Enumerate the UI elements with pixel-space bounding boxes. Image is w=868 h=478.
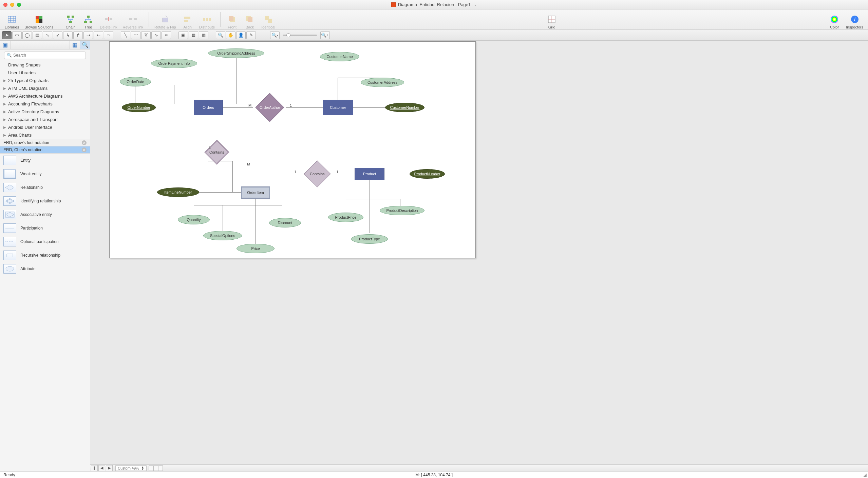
zoom-in-button[interactable]: 🔍+ bbox=[320, 31, 330, 39]
browse-solutions-button[interactable]: Browse Solutions bbox=[22, 10, 55, 29]
rect-tool-button[interactable]: ▭ bbox=[12, 31, 22, 39]
color-button[interactable]: Color bbox=[826, 10, 843, 29]
stencil-participation[interactable]: Participation bbox=[0, 221, 90, 235]
tree-item-android[interactable]: ▶Android User Interface bbox=[0, 123, 90, 131]
attr-orderpayment[interactable]: OrderPayment Info bbox=[151, 59, 197, 68]
chain-button[interactable]: Chain bbox=[62, 10, 79, 29]
attr-productdescription[interactable]: ProductDescription bbox=[380, 206, 424, 215]
tree-item-drawing-shapes[interactable]: Drawing Shapes bbox=[0, 61, 90, 69]
tree-item-aws[interactable]: ▶AWS Architecture Diagrams bbox=[0, 92, 90, 100]
stencil-entity[interactable]: Entity bbox=[0, 154, 90, 167]
connector-1-button[interactable]: ⤡ bbox=[43, 31, 52, 39]
attr-customername[interactable]: CustomerName bbox=[320, 52, 359, 61]
canvas-scroll[interactable]: Orders Customer OrderItem Product OrderA… bbox=[90, 41, 868, 471]
rel-contains-2[interactable]: Contains bbox=[304, 160, 331, 187]
lock-button[interactable]: ▩ bbox=[199, 31, 208, 39]
stencil-optional-part[interactable]: Optional participation bbox=[0, 235, 90, 248]
ellipse-tool-button[interactable]: ◯ bbox=[22, 31, 32, 39]
tree-item-orgcharts[interactable]: ▶25 Typical Orgcharts bbox=[0, 77, 90, 84]
page-next-button[interactable]: ▶ bbox=[106, 465, 113, 471]
close-icon[interactable] bbox=[3, 3, 7, 7]
stencil-header-crow[interactable]: ERD, crow's foot notation ✕ bbox=[0, 139, 90, 146]
stencil-recursive[interactable]: Recursive relationship bbox=[0, 248, 90, 262]
edit-tool-button[interactable]: ✎ bbox=[246, 31, 256, 39]
curve-tool-button[interactable]: 〰 bbox=[131, 31, 140, 39]
bezier-tool-button[interactable]: ∿ bbox=[151, 31, 161, 39]
zoom-tool-button[interactable]: 🔍 bbox=[216, 31, 225, 39]
connector-6-button[interactable]: ⇠ bbox=[94, 31, 103, 39]
entity-customer[interactable]: Customer bbox=[323, 100, 353, 115]
zoom-combo[interactable]: Custom 49% ▲▼ bbox=[115, 465, 147, 471]
sidebar-panel-icon[interactable]: ▣ bbox=[0, 41, 11, 49]
page[interactable]: Orders Customer OrderItem Product OrderA… bbox=[109, 41, 476, 258]
sidebar-grid-view-button[interactable]: ▦ bbox=[70, 41, 80, 49]
chevron-down-icon[interactable]: ⌄ bbox=[474, 3, 477, 6]
tree-button[interactable]: Tree bbox=[80, 10, 96, 29]
svg-rect-23 bbox=[203, 18, 205, 21]
bottom-bar: ‖ ◀ ▶ Custom 49% ▲▼ bbox=[90, 464, 868, 471]
attr-producttype[interactable]: ProductType bbox=[351, 234, 388, 244]
pan-tool-button[interactable]: ✋ bbox=[226, 31, 235, 39]
tree-item-user-libraries[interactable]: User Libraries bbox=[0, 69, 90, 77]
attr-orderdate[interactable]: OrderDate bbox=[120, 77, 151, 86]
entity-product[interactable]: Product bbox=[355, 168, 384, 180]
attr-ordershipping[interactable]: OrderShippingAddress bbox=[208, 48, 264, 58]
page-prev-button[interactable]: ◀ bbox=[98, 465, 105, 471]
tree-item-area-charts[interactable]: ▶Area Charts bbox=[0, 131, 90, 139]
attr-price[interactable]: Price bbox=[237, 244, 275, 253]
connector-3-button[interactable]: ↳ bbox=[63, 31, 73, 39]
svg-rect-41 bbox=[5, 212, 14, 217]
zoom-slider[interactable] bbox=[283, 35, 317, 36]
grid-button[interactable]: Grid bbox=[544, 10, 560, 29]
minimize-icon[interactable] bbox=[10, 3, 14, 7]
spline-tool-button[interactable]: ≈ bbox=[162, 31, 171, 39]
stencil-associative[interactable]: Associative entity bbox=[0, 208, 90, 221]
search-input[interactable] bbox=[4, 52, 86, 59]
stencil-weak-entity[interactable]: Weak entity bbox=[0, 167, 90, 181]
inspectors-button[interactable]: i Inspectors bbox=[844, 10, 865, 29]
close-icon[interactable]: ✕ bbox=[82, 140, 87, 145]
connector-5-button[interactable]: ⇢ bbox=[83, 31, 93, 39]
color-icon bbox=[830, 15, 839, 24]
tree-item-aerospace[interactable]: ▶Aerospace and Transport bbox=[0, 116, 90, 123]
pointer-tool-button[interactable]: ➤ bbox=[2, 31, 12, 39]
group-button[interactable]: ▣ bbox=[178, 31, 188, 39]
maximize-icon[interactable] bbox=[17, 3, 21, 7]
attr-productnumber[interactable]: ProductNumber bbox=[410, 169, 445, 179]
stencil-identifying-rel[interactable]: Identifying relationship bbox=[0, 194, 90, 208]
attr-itemlinenumber[interactable]: ItemLineNumber bbox=[157, 187, 199, 197]
stencil-header-chen[interactable]: ERD, Chen's notation ✕ bbox=[0, 146, 90, 154]
attr-productprice[interactable]: ProductPrice bbox=[328, 213, 363, 222]
eyedropper-button[interactable]: 👤 bbox=[236, 31, 246, 39]
page-thumbnails[interactable] bbox=[149, 465, 163, 471]
close-icon[interactable]: ✕ bbox=[82, 147, 87, 152]
attr-quantity[interactable]: Quantity bbox=[178, 215, 210, 224]
connector-7-button[interactable]: ⤳ bbox=[104, 31, 113, 39]
page-toggle-button[interactable]: ‖ bbox=[91, 465, 98, 471]
tree-item-active-directory[interactable]: ▶Active Directory Diagrams bbox=[0, 108, 90, 116]
tree-item-atm-uml[interactable]: ▶ATM UML Diagrams bbox=[0, 84, 90, 92]
connector-4-button[interactable]: ↱ bbox=[73, 31, 83, 39]
attr-specialoptions[interactable]: SpecialOptions bbox=[203, 231, 242, 240]
line-tool-button[interactable]: ╲ bbox=[121, 31, 130, 39]
attr-ordernumber[interactable]: OrderNumber bbox=[122, 103, 156, 112]
attr-discount[interactable]: Discount bbox=[269, 218, 301, 227]
attr-customernumber[interactable]: CustomerNumber bbox=[385, 103, 424, 112]
stencil-attribute[interactable]: Attribute bbox=[0, 262, 90, 276]
text-tool-button[interactable]: ▤ bbox=[33, 31, 42, 39]
stencil-relationship[interactable]: Relationship bbox=[0, 181, 90, 194]
resize-handle-icon[interactable]: ◢ bbox=[863, 472, 867, 478]
toolbar-separator bbox=[59, 12, 59, 27]
entity-orders[interactable]: Orders bbox=[194, 100, 223, 115]
attr-customeraddress[interactable]: CustomerAddress bbox=[361, 78, 404, 87]
rel-orderauthor[interactable]: OrderAuthor bbox=[256, 93, 284, 122]
zoom-out-button[interactable]: 🔍- bbox=[270, 31, 280, 39]
tree-item-accounting[interactable]: ▶Accounting Flowcharts bbox=[0, 100, 90, 108]
connector-2-button[interactable]: ⤢ bbox=[53, 31, 62, 39]
libraries-button[interactable]: Libraries bbox=[3, 10, 21, 29]
entity-orderitem[interactable]: OrderItem bbox=[241, 186, 270, 199]
zoom-slider-thumb[interactable] bbox=[286, 33, 290, 37]
sidebar-search-button[interactable]: 🔍 bbox=[80, 41, 90, 49]
ungroup-button[interactable]: ▦ bbox=[189, 31, 198, 39]
polyline-tool-button[interactable]: ⩔ bbox=[141, 31, 151, 39]
